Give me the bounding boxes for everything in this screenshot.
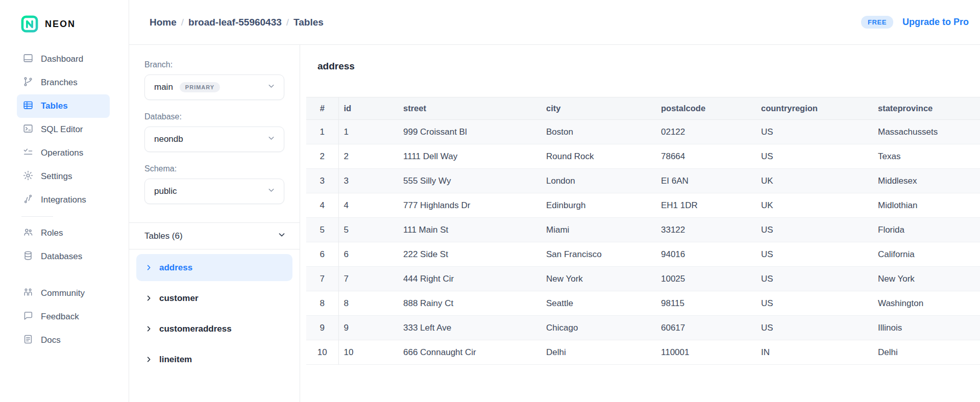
table-row[interactable]: 44777 Highlands DrEdinburghEH1 1DRUKMidl… bbox=[306, 193, 980, 218]
column-header-row-number: # bbox=[306, 97, 338, 120]
chevron-down-icon bbox=[267, 186, 276, 197]
breadcrumb-item-tables[interactable]: Tables bbox=[293, 17, 324, 28]
integrations-icon bbox=[22, 193, 34, 205]
sidebar-item-roles[interactable]: Roles bbox=[17, 221, 110, 245]
cell-postalcode: 60617 bbox=[656, 316, 756, 340]
cell-city: Round Rock bbox=[541, 144, 656, 169]
cell-id: 2 bbox=[338, 144, 398, 169]
cell-street: 888 Rainy Ct bbox=[398, 291, 541, 316]
cell-postalcode: 10025 bbox=[656, 267, 756, 291]
sidebar-item-label: Branches bbox=[41, 78, 78, 88]
table-title: address bbox=[317, 59, 980, 73]
breadcrumb-item-broad-leaf-55960433[interactable]: broad-leaf-55960433 bbox=[188, 17, 282, 28]
row-number-cell: 5 bbox=[306, 218, 338, 242]
sidebar: NEON DashboardBranchesTablesSQL EditorOp… bbox=[0, 0, 129, 402]
table-row[interactable]: 221111 Dell WayRound Rock78664USTexas bbox=[306, 144, 980, 169]
tables-section-header[interactable]: Tables (6) bbox=[129, 223, 300, 249]
table-row[interactable]: 99333 Left AveChicago60617USIllinois bbox=[306, 316, 980, 340]
cell-street: 444 Right Cir bbox=[398, 267, 541, 291]
sidebar-item-docs[interactable]: Docs bbox=[17, 329, 110, 352]
cell-countryregion: US bbox=[756, 144, 873, 169]
table-item-customeraddress[interactable]: customeraddress bbox=[136, 315, 292, 342]
cell-countryregion: UK bbox=[756, 169, 873, 193]
sidebar-item-dashboard[interactable]: Dashboard bbox=[17, 47, 110, 71]
upgrade-to-pro-link[interactable]: Upgrade to Pro bbox=[902, 17, 969, 28]
table-row[interactable]: 88888 Rainy CtSeattle98115USWashington bbox=[306, 291, 980, 316]
row-number-cell: 4 bbox=[306, 193, 338, 218]
table-row[interactable]: 55111 Main StMiami33122USFlorida bbox=[306, 218, 980, 242]
sidebar-item-databases[interactable]: Databases bbox=[17, 245, 110, 268]
table-item-customer[interactable]: customer bbox=[136, 285, 292, 312]
cell-countryregion: US bbox=[756, 120, 873, 144]
schema-label: Schema: bbox=[144, 164, 284, 173]
docs-icon bbox=[22, 334, 34, 345]
branches-icon bbox=[22, 76, 34, 90]
sidebar-item-label: Integrations bbox=[41, 195, 86, 205]
sidebar-nav-main: DashboardBranchesTablesSQL EditorOperati… bbox=[0, 47, 129, 212]
column-header-id: id bbox=[338, 97, 398, 120]
tables-section-title: Tables (6) bbox=[144, 231, 183, 241]
cell-id: 5 bbox=[338, 218, 398, 242]
table-item-lineitem[interactable]: lineitem bbox=[136, 346, 292, 373]
branches-icon bbox=[22, 76, 34, 87]
cell-city: New York bbox=[541, 267, 656, 291]
cell-id: 10 bbox=[338, 340, 398, 365]
cell-postalcode: 78664 bbox=[656, 144, 756, 169]
sidebar-item-integrations[interactable]: Integrations bbox=[17, 188, 110, 212]
breadcrumb-item-home[interactable]: Home bbox=[150, 17, 177, 28]
row-number-cell: 1 bbox=[306, 120, 338, 144]
table-row[interactable]: 66222 Side StSan Francisco94016USCalifor… bbox=[306, 242, 980, 267]
databases-icon bbox=[22, 250, 34, 264]
table-row[interactable]: 1010666 Connaught CirDelhi110001INDelhi bbox=[306, 340, 980, 365]
sidebar-nav-secondary: RolesDatabases bbox=[0, 221, 129, 268]
database-select[interactable]: neondb bbox=[144, 127, 284, 152]
sidebar-item-feedback[interactable]: Feedback bbox=[17, 305, 110, 329]
operations-icon bbox=[22, 146, 34, 160]
plan-badge: FREE bbox=[861, 16, 893, 29]
row-number-cell: 3 bbox=[306, 169, 338, 193]
sidebar-item-sql-editor[interactable]: SQL Editor bbox=[17, 118, 110, 141]
cell-countryregion: UK bbox=[756, 193, 873, 218]
row-number-cell: 7 bbox=[306, 267, 338, 291]
table-item-label: address bbox=[159, 263, 192, 273]
brand-logo[interactable]: NEON bbox=[0, 14, 129, 34]
app: NEON DashboardBranchesTablesSQL EditorOp… bbox=[0, 0, 980, 402]
cell-id: 1 bbox=[338, 120, 398, 144]
database-label: Database: bbox=[144, 112, 284, 121]
sidebar-item-community[interactable]: Community bbox=[17, 282, 110, 305]
schema-select[interactable]: public bbox=[144, 179, 284, 204]
column-header-postalcode: postalcode bbox=[656, 97, 756, 120]
sidebar-item-label: Settings bbox=[41, 171, 72, 182]
cell-street: 999 Croissant Bl bbox=[398, 120, 541, 144]
breadcrumb-separator: / bbox=[286, 17, 289, 28]
sidebar-item-branches[interactable]: Branches bbox=[17, 71, 110, 94]
table-row[interactable]: 11999 Croissant BlBoston02122USMassachus… bbox=[306, 120, 980, 144]
table-item-address[interactable]: address bbox=[136, 254, 292, 281]
chevron-right-icon bbox=[145, 264, 153, 271]
sidebar-item-tables[interactable]: Tables bbox=[17, 94, 110, 118]
sql-editor-icon bbox=[22, 123, 34, 134]
branch-select[interactable]: main PRIMARY bbox=[144, 74, 284, 100]
table-item-label: customeraddress bbox=[159, 324, 232, 334]
cell-countryregion: US bbox=[756, 218, 873, 242]
sidebar-item-settings[interactable]: Settings bbox=[17, 165, 110, 188]
table-item-label: lineitem bbox=[159, 355, 192, 365]
table-row[interactable]: 77444 Right CirNew York10025USNew York bbox=[306, 267, 980, 291]
chevron-right-icon bbox=[145, 325, 153, 333]
sidebar-item-operations[interactable]: Operations bbox=[17, 141, 110, 165]
cell-street: 111 Main St bbox=[398, 218, 541, 242]
cell-countryregion: IN bbox=[756, 340, 873, 365]
cell-city: Seattle bbox=[541, 291, 656, 316]
cell-countryregion: US bbox=[756, 316, 873, 340]
cell-street: 1111 Dell Way bbox=[398, 144, 541, 169]
cell-street: 666 Connaught Cir bbox=[398, 340, 541, 365]
sidebar-item-label: Docs bbox=[41, 335, 61, 345]
cell-city: Miami bbox=[541, 218, 656, 242]
chevron-right-icon bbox=[145, 356, 153, 363]
branch-label: Branch: bbox=[144, 60, 284, 69]
tables-icon bbox=[22, 99, 34, 111]
table-row[interactable]: 33555 Silly WyLondonEI 6ANUKMiddlesex bbox=[306, 169, 980, 193]
cell-city: Boston bbox=[541, 120, 656, 144]
sidebar-item-label: Databases bbox=[41, 252, 82, 262]
cell-countryregion: US bbox=[756, 242, 873, 267]
